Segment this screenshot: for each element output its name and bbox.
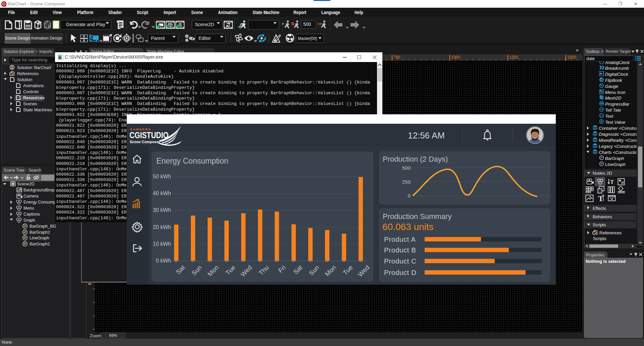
svg-text:T: T xyxy=(610,179,614,185)
svg-text:abc: abc xyxy=(600,115,603,117)
svg-text:S: S xyxy=(45,23,48,28)
svg-text:S: S xyxy=(11,66,13,69)
svg-text:00: 00 xyxy=(602,73,604,75)
svg-text:2D: 2D xyxy=(600,96,603,99)
